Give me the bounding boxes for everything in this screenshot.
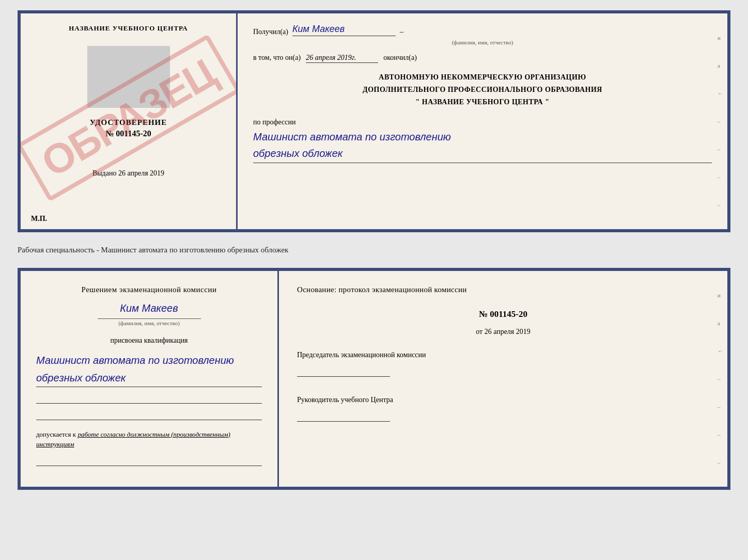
bottom-document: Решением экзаменационной комиссии Ким Ма… <box>18 268 730 490</box>
profession-cursive-1: Машинист автомата по изготовлению <box>253 129 712 145</box>
avto-line2: ДОПОЛНИТЕЛЬНОГО ПРОФЕССИОНАЛЬНОГО ОБРАЗО… <box>253 84 712 96</box>
poluchil-name: Ким Макеев <box>292 24 396 36</box>
vtom-row: в том, что он(а) 26 апреля 2019г. окончи… <box>253 54 712 63</box>
po-professii-label: по профессии <box>253 118 712 126</box>
top-doc-left: НАЗВАНИЕ УЧЕБНОГО ЦЕНТРА УДОСТОВЕРЕНИЕ №… <box>21 13 238 229</box>
dash: – <box>400 28 403 36</box>
right-bottom-marks: и а ← – – – – <box>718 271 723 487</box>
kvalif-cursive: Машинист автомата по изготовлению обрезн… <box>36 351 262 387</box>
profession-cursive-2: обрезных обложек <box>253 145 712 162</box>
protocol-number: № 001145-20 <box>297 309 709 319</box>
poluchil-row: Получил(а) Ким Макеев – <box>253 24 712 36</box>
osnovanie-label: Основание: протокол экзаменационной коми… <box>297 284 709 296</box>
resheniem-label: Решением экзаменационной комиссии <box>36 284 262 296</box>
okonchil-label: окончил(а) <box>383 54 417 62</box>
predsedatel-sign-line <box>297 364 390 377</box>
vtom-date: 26 апреля 2019г. <box>306 54 378 63</box>
avto-line3: " НАЗВАНИЕ УЧЕБНОГО ЦЕНТРА " <box>253 96 712 108</box>
blank-line-1 <box>36 391 262 404</box>
bottom-doc-left: Решением экзаменационной комиссии Ким Ма… <box>21 271 279 487</box>
protocol-date-value: 26 апреля 2019 <box>485 328 531 335</box>
predsedatel-block: Председатель экзаменационной комиссии <box>297 349 709 377</box>
prisvoena-label: присвоена квалификация <box>36 337 262 345</box>
rukovoditel-block: Руководитель учебного Центра <box>297 385 709 422</box>
rukovoditel-sign-line <box>297 409 390 422</box>
avto-line1: АВТОНОМНУЮ НЕКОММЕРЧЕСКУЮ ОРГАНИЗАЦИЮ <box>253 71 712 84</box>
profession-line1: Машинист автомата по изготовлению обрезн… <box>253 129 712 163</box>
fio-sub-bottom: (фамилия, имя, отчество) <box>98 318 201 326</box>
poluchil-label: Получил(а) <box>253 28 288 36</box>
udostoverenie-label: УДОСТОВЕРЕНИЕ <box>90 118 167 127</box>
dopuskaetsya-block: допускается к работе согласно должностны… <box>36 429 262 450</box>
rukovoditel-label: Руководитель учебного Центра <box>297 394 709 405</box>
avto-block: АВТОНОМНУЮ НЕКОММЕРЧЕСКУЮ ОРГАНИЗАЦИЮ ДО… <box>253 71 712 108</box>
blank-line-3 <box>36 454 262 466</box>
protocol-date-label: от <box>476 328 482 335</box>
vydano-date: 26 апреля 2019 <box>118 169 164 177</box>
predsedatel-label: Председатель экзаменационной комиссии <box>297 349 709 360</box>
bottom-doc-right: Основание: протокол экзаменационной коми… <box>279 271 727 487</box>
middle-text: Рабочая специальность - Машинист автомат… <box>18 242 730 259</box>
fio-sub-top: (фамилия, имя, отчество) <box>253 39 712 45</box>
school-name-top: НАЗВАНИЕ УЧЕБНОГО ЦЕНТРА <box>69 24 188 33</box>
protocol-date: от 26 апреля 2019 <box>297 328 709 336</box>
mp-label: М.П. <box>31 215 47 223</box>
photo-placeholder <box>87 46 170 108</box>
kvalif-line2: обрезных обложек <box>36 369 262 387</box>
blank-line-2 <box>36 408 262 420</box>
dopuskaetsya-label: допускается к <box>36 430 76 438</box>
top-document: НАЗВАНИЕ УЧЕБНОГО ЦЕНТРА УДОСТОВЕРЕНИЕ №… <box>18 10 730 232</box>
top-doc-right: Получил(а) Ким Макеев – (фамилия, имя, о… <box>238 13 727 229</box>
kvalif-line1: Машинист автомата по изготовлению <box>36 351 262 369</box>
vydano-label: Выдано <box>92 169 117 177</box>
vydano-line: Выдано 26 апреля 2019 <box>92 169 164 178</box>
right-side-marks: и а ← – – – – <box>718 13 723 229</box>
kim-makeev-bottom: Ким Макеев <box>36 302 262 314</box>
cert-number: № 001145-20 <box>105 129 151 138</box>
vtom-label: в том, что он(а) <box>253 54 301 62</box>
